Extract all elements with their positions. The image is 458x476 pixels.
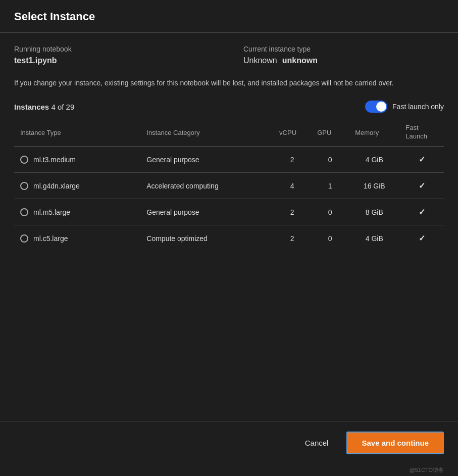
current-instance-value-row: Unknown unknown [243,56,444,65]
modal-header: Select Instance [0,0,458,33]
fast-launch-label: Fast launch only [392,103,444,111]
col-header-vcpu: vCPU [273,119,311,146]
warning-text: If you change your instance, existing se… [14,77,444,88]
running-notebook-label: Running notebook [14,45,215,53]
cell-category-2: General purpose [140,199,273,225]
watermark: @51CTO博客 [0,464,458,476]
cell-fast-launch-2: ✓ [399,199,444,225]
current-instance-label: Current instance type [243,45,444,53]
cell-memory-1: 16 GiB [349,173,399,199]
cell-type-2[interactable]: ml.m5.large [14,199,140,225]
col-header-fast-launch: FastLaunch [399,119,444,146]
instance-type-name-3: ml.c5.large [33,234,68,243]
radio-1[interactable] [20,182,28,190]
instance-type-name-1: ml.g4dn.xlarge [33,182,80,190]
radio-3[interactable] [20,234,28,243]
toggle-row: Fast launch only [365,101,444,113]
cell-gpu-2: 0 [311,199,349,225]
instances-count: Instances 4 of 29 [14,103,74,111]
modal-footer: Cancel Save and continue [0,421,458,464]
cell-type-0[interactable]: ml.t3.medium [14,147,140,173]
cell-fast-launch-3: ✓ [399,225,444,252]
cell-gpu-3: 0 [311,225,349,252]
instance-table: Instance Type Instance Category vCPU GPU… [14,119,444,251]
table-row[interactable]: ml.g4dn.xlarge Accelerated computing 4 1… [14,173,444,199]
cell-memory-2: 8 GiB [349,199,399,225]
fast-launch-toggle[interactable] [365,101,387,113]
radio-0[interactable] [20,156,28,164]
instance-type-name-0: ml.t3.medium [33,156,76,164]
radio-2[interactable] [20,208,28,216]
modal-title: Select Instance [14,10,444,23]
cell-memory-3: 4 GiB [349,225,399,252]
cell-fast-launch-1: ✓ [399,173,444,199]
running-notebook-section: Running notebook test1.ipynb [14,45,215,65]
select-instance-modal: Select Instance Running notebook test1.i… [0,0,458,476]
table-row[interactable]: ml.m5.large General purpose 2 0 8 GiB ✓ [14,199,444,225]
col-header-instance-type: Instance Type [14,119,140,146]
current-instance-type-bold: unknown [282,56,318,65]
cell-vcpu-0: 2 [273,147,311,173]
checkmark-icon: ✓ [419,208,425,216]
info-row: Running notebook test1.ipynb Current ins… [14,45,444,65]
cell-fast-launch-0: ✓ [399,147,444,173]
cell-category-3: Compute optimized [140,225,273,252]
cell-gpu-1: 1 [311,173,349,199]
table-header-row: Instance Type Instance Category vCPU GPU… [14,119,444,146]
cell-gpu-0: 0 [311,147,349,173]
cell-vcpu-2: 2 [273,199,311,225]
checkmark-icon: ✓ [419,155,425,164]
info-divider [229,45,229,65]
running-notebook-value: test1.ipynb [14,56,215,65]
cancel-button[interactable]: Cancel [295,434,339,452]
current-instance-type-normal: Unknown [243,56,277,65]
instances-header: Instances 4 of 29 Fast launch only [14,101,444,113]
modal-body: Running notebook test1.ipynb Current ins… [0,33,458,421]
col-header-instance-category: Instance Category [140,119,273,146]
current-instance-section: Current instance type Unknown unknown [243,45,444,65]
cell-type-3[interactable]: ml.c5.large [14,225,140,252]
cell-memory-0: 4 GiB [349,147,399,173]
checkmark-icon: ✓ [419,234,425,243]
instance-type-name-2: ml.m5.large [33,208,70,216]
table-row[interactable]: ml.c5.large Compute optimized 2 0 4 GiB … [14,225,444,252]
cell-vcpu-3: 2 [273,225,311,252]
checkmark-icon: ✓ [419,181,425,190]
col-header-memory: Memory [349,119,399,146]
table-row[interactable]: ml.t3.medium General purpose 2 0 4 GiB ✓ [14,147,444,173]
instances-label: Instances [14,103,49,111]
save-button[interactable]: Save and continue [346,432,444,454]
cell-vcpu-1: 4 [273,173,311,199]
instances-count-value: 4 of 29 [51,103,74,111]
cell-category-0: General purpose [140,147,273,173]
cell-category-1: Accelerated computing [140,173,273,199]
col-header-gpu: GPU [311,119,349,146]
cell-type-1[interactable]: ml.g4dn.xlarge [14,173,140,199]
